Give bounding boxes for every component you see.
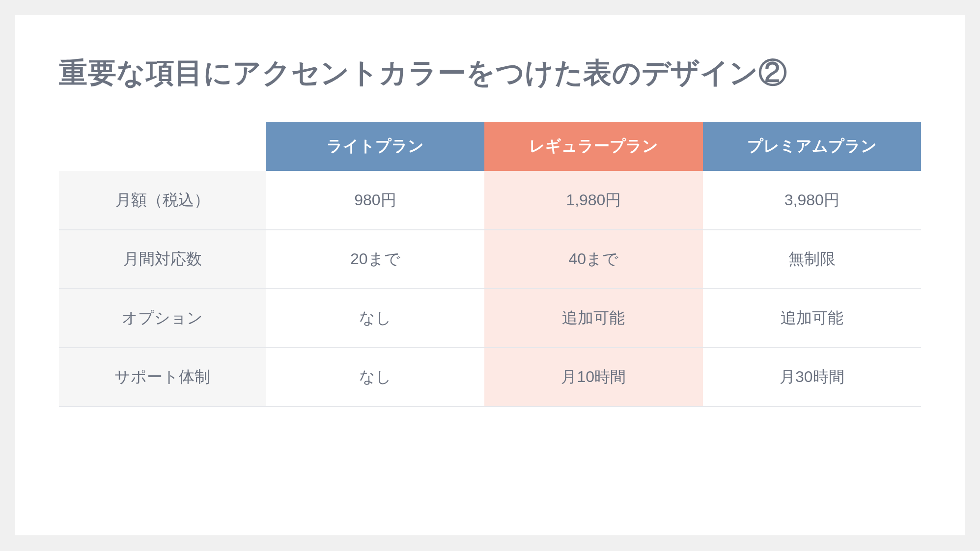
cell: 3,980円 xyxy=(703,171,921,230)
row-label: サポート体制 xyxy=(59,348,266,407)
row-label: 月額（税込） xyxy=(59,171,266,230)
plan-header-light: ライトプラン xyxy=(266,122,484,171)
cell: 20まで xyxy=(266,230,484,289)
cell: 無制限 xyxy=(703,230,921,289)
cell: 追加可能 xyxy=(484,289,702,348)
plan-header-regular: レギュラープラン xyxy=(484,122,702,171)
row-label: 月間対応数 xyxy=(59,230,266,289)
table-row: サポート体制 なし 月10時間 月30時間 xyxy=(59,348,921,407)
table-corner-cell xyxy=(59,122,266,171)
table-row: 月額（税込） 980円 1,980円 3,980円 xyxy=(59,171,921,230)
cell: 1,980円 xyxy=(484,171,702,230)
table-row: 月間対応数 20まで 40まで 無制限 xyxy=(59,230,921,289)
cell: なし xyxy=(266,348,484,407)
pricing-table: ライトプラン レギュラープラン プレミアムプラン 月額（税込） 980円 1,9… xyxy=(59,122,921,407)
table-row: オプション なし 追加可能 追加可能 xyxy=(59,289,921,348)
cell: 月10時間 xyxy=(484,348,702,407)
slide: 重要な項目にアクセントカラーをつけた表のデザイン② ライトプラン レギュラープラ… xyxy=(15,15,965,535)
cell: 40まで xyxy=(484,230,702,289)
row-label: オプション xyxy=(59,289,266,348)
cell: 月30時間 xyxy=(703,348,921,407)
cell: 980円 xyxy=(266,171,484,230)
cell: 追加可能 xyxy=(703,289,921,348)
plan-header-premium: プレミアムプラン xyxy=(703,122,921,171)
page-title: 重要な項目にアクセントカラーをつけた表のデザイン② xyxy=(59,54,921,92)
table-header-row: ライトプラン レギュラープラン プレミアムプラン xyxy=(59,122,921,171)
cell: なし xyxy=(266,289,484,348)
